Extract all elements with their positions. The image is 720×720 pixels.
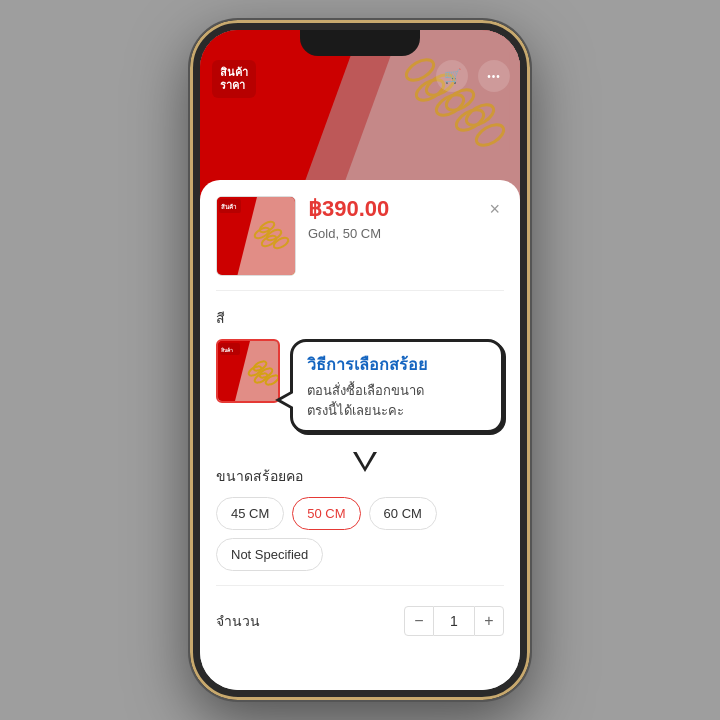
svg-text:สินค้า: สินค้า (221, 203, 237, 210)
phone-screen: สินค้า ราคา 🛒 ••• (200, 30, 520, 690)
quantity-minus-button[interactable]: − (404, 606, 434, 636)
size-btn-60cm[interactable]: 60 CM (369, 497, 437, 530)
notch (300, 30, 420, 56)
quantity-plus-button[interactable]: + (474, 606, 504, 636)
size-options: 45 CM 50 CM 60 CM Not Specified (216, 497, 504, 571)
cart-icon[interactable]: 🛒 (436, 60, 468, 92)
bottom-sheet: สินค้า ฿390.00 Gold, 50 CM × สี (200, 180, 520, 690)
close-button[interactable]: × (485, 196, 504, 222)
bubble-line1: ตอนสั่งซื้อเลือกขนาด ตรงนี้ได้เลยนะคะ (307, 381, 487, 420)
phone-frame: สินค้า ราคา 🛒 ••• (190, 20, 530, 700)
product-price: ฿390.00 (308, 196, 473, 222)
color-label: สี (216, 307, 504, 329)
color-section: สี (216, 307, 504, 433)
size-btn-45cm[interactable]: 45 CM (216, 497, 284, 530)
more-icon[interactable]: ••• (478, 60, 510, 92)
store-badge: สินค้า ราคา (212, 60, 256, 98)
top-bar: 🛒 ••• (436, 60, 510, 92)
color-row: สินค้า วิธีการเลือกสร้อย ตอนสั่งซื้อเลือ… (216, 339, 504, 433)
product-variant: Gold, 50 CM (308, 226, 473, 241)
product-info: ฿390.00 Gold, 50 CM (308, 196, 473, 241)
quantity-value: 1 (434, 606, 474, 636)
speech-bubble: วิธีการเลือกสร้อย ตอนสั่งซื้อเลือกขนาด ต… (290, 339, 504, 433)
color-swatch[interactable]: สินค้า (216, 339, 280, 403)
quantity-label: จำนวน (216, 610, 260, 632)
quantity-section: จำนวน − 1 + (216, 606, 504, 636)
size-section: ขนาดสร้อยคอ 45 CM 50 CM 60 CM Not Specif… (216, 465, 504, 571)
size-btn-50cm[interactable]: 50 CM (292, 497, 360, 530)
size-btn-not-specified[interactable]: Not Specified (216, 538, 323, 571)
product-thumbnail: สินค้า (216, 196, 296, 276)
bubble-title: วิธีการเลือกสร้อย (307, 352, 487, 377)
product-row: สินค้า ฿390.00 Gold, 50 CM × (216, 196, 504, 291)
divider (216, 585, 504, 586)
quantity-controls: − 1 + (404, 606, 504, 636)
svg-text:สินค้า: สินค้า (221, 347, 233, 353)
